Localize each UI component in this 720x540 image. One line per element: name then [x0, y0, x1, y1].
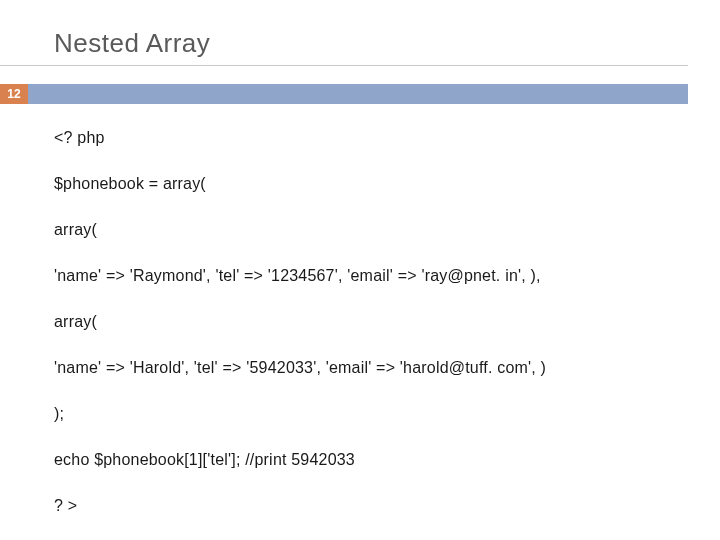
code-line: );	[54, 404, 660, 424]
code-line: array(	[54, 312, 660, 332]
header-bar: 12	[0, 84, 720, 104]
slide-title: Nested Array	[0, 28, 688, 66]
code-line: <? php	[54, 128, 660, 148]
code-line: ? >	[54, 496, 660, 516]
code-line: 'name' => 'Harold', 'tel' => '5942033', …	[54, 358, 660, 378]
slide: Nested Array 12 <? php $phonebook = arra…	[0, 0, 720, 540]
page-number-badge: 12	[0, 84, 28, 104]
code-line: $phonebook = array(	[54, 174, 660, 194]
code-line: 'name' => 'Raymond', 'tel' => '1234567',…	[54, 266, 660, 286]
code-block: <? php $phonebook = array( array( 'name'…	[0, 128, 720, 516]
code-line: echo $phonebook[1]['tel']; //print 59420…	[54, 450, 660, 470]
code-line: array(	[54, 220, 660, 240]
accent-bar	[28, 84, 688, 104]
